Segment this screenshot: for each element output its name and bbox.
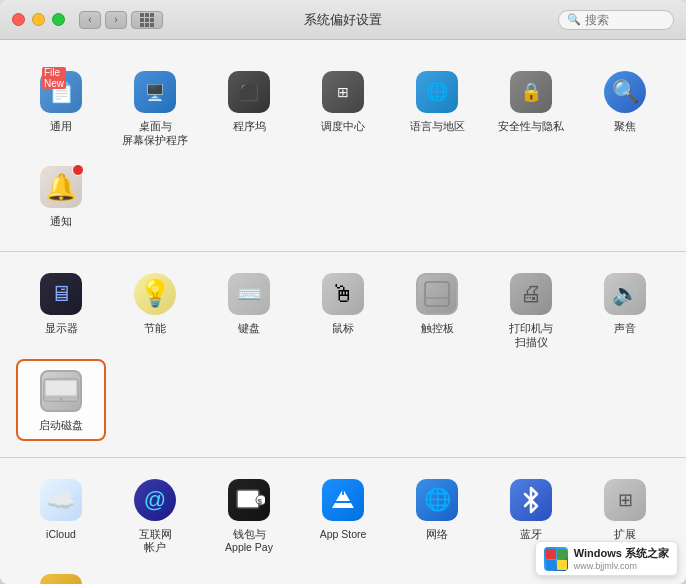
icon-item-startup[interactable]: 启动磁盘 <box>16 359 106 441</box>
general-icon: 📄 FileNew <box>40 71 82 113</box>
general-label: 通用 <box>50 120 72 134</box>
sound-label: 声音 <box>614 322 636 336</box>
startup-icon <box>40 370 82 412</box>
close-button[interactable] <box>12 13 25 26</box>
printer-label: 打印机与扫描仪 <box>509 322 553 349</box>
traffic-lights <box>12 13 65 26</box>
search-input[interactable] <box>585 13 665 27</box>
startup-label: 启动磁盘 <box>39 419 83 433</box>
maximize-button[interactable] <box>52 13 65 26</box>
icon-item-network[interactable]: 🌐 网络 <box>392 470 482 561</box>
dock-label: 程序坞 <box>233 120 266 134</box>
notifications-label: 通知 <box>50 215 72 229</box>
wallet-label: 钱包与Apple Pay <box>225 528 273 555</box>
icon-item-energy[interactable]: 💡 节能 <box>110 264 200 355</box>
grid-view-button[interactable] <box>131 11 163 29</box>
trackpad-label: 触控板 <box>421 322 454 336</box>
dock-icon: ⬛ <box>228 71 270 113</box>
back-icon: ‹ <box>88 14 91 25</box>
keyboard-label: 键盘 <box>238 322 260 336</box>
spotlight-label: 聚焦 <box>614 120 636 134</box>
security-icon: 🔒 <box>510 71 552 113</box>
display-icon: 🖥 <box>40 273 82 315</box>
printer-icon: 🖨 <box>510 273 552 315</box>
notification-badge <box>72 164 84 176</box>
search-icon: 🔍 <box>567 13 581 26</box>
icon-item-spotlight[interactable]: 🔍 聚焦 <box>580 62 670 153</box>
notifications-icon: 🔔 <box>40 166 82 208</box>
icon-item-share[interactable]: ⚠️ 共享 <box>16 565 106 584</box>
bluetooth-label: 蓝牙 <box>520 528 542 542</box>
mouse-icon: 🖱 <box>322 273 364 315</box>
icon-item-desktop[interactable]: 🖥️ 桌面与屏幕保护程序 <box>110 62 200 153</box>
svg-point-5 <box>60 398 63 401</box>
icon-item-printer[interactable]: 🖨 打印机与扫描仪 <box>486 264 576 355</box>
icon-item-general[interactable]: 📄 FileNew 通用 <box>16 62 106 153</box>
svg-rect-3 <box>46 381 76 395</box>
icon-item-sound[interactable]: 🔊 声音 <box>580 264 670 355</box>
section-personal: 📄 FileNew 通用 🖥️ 桌面与屏幕保护程序 ⬛ <box>0 50 686 252</box>
watermark-line1: Windows 系统之家 <box>574 546 669 561</box>
section-hardware: 🖥 显示器 💡 节能 ⌨️ 键盘 <box>0 252 686 458</box>
mcc-icon: ⊞ <box>322 71 364 113</box>
icon-item-mcc[interactable]: ⊞ 调度中心 <box>298 62 388 153</box>
energy-icon: 💡 <box>134 273 176 315</box>
spotlight-icon: 🔍 <box>604 71 646 113</box>
windows-logo-icon <box>544 547 568 571</box>
personal-grid: 📄 FileNew 通用 🖥️ 桌面与屏幕保护程序 ⬛ <box>16 62 670 235</box>
icon-item-wallet[interactable]: $ 钱包与Apple Pay <box>204 470 294 561</box>
share-icon: ⚠️ <box>40 574 82 584</box>
svg-text:$: $ <box>258 496 263 505</box>
internet-label: 互联网帐户 <box>139 528 172 555</box>
keyboard-icon: ⌨️ <box>228 273 270 315</box>
energy-label: 节能 <box>144 322 166 336</box>
grid-icon <box>140 13 154 27</box>
mcc-label: 调度中心 <box>321 120 365 134</box>
icon-item-mouse[interactable]: 🖱 鼠标 <box>298 264 388 355</box>
sound-icon: 🔊 <box>604 273 646 315</box>
icon-item-icloud[interactable]: ☁️ iCloud <box>16 470 106 561</box>
desktop-icon: 🖥️ <box>134 71 176 113</box>
icon-item-display[interactable]: 🖥 显示器 <box>16 264 106 355</box>
language-label: 语言与地区 <box>410 120 465 134</box>
forward-button[interactable]: › <box>105 11 127 29</box>
display-label: 显示器 <box>45 322 78 336</box>
forward-icon: › <box>114 14 117 25</box>
icon-item-security[interactable]: 🔒 安全性与隐私 <box>486 62 576 153</box>
icon-item-notifications[interactable]: 🔔 通知 <box>16 157 106 235</box>
back-button[interactable]: ‹ <box>79 11 101 29</box>
titlebar: ‹ › 系统偏好设置 🔍 <box>0 0 686 40</box>
security-label: 安全性与隐私 <box>498 120 564 134</box>
search-box[interactable]: 🔍 <box>558 10 674 30</box>
expand-label: 扩展 <box>614 528 636 542</box>
watermark-text: Windows 系统之家 www.bjjmlv.com <box>574 546 669 571</box>
icon-item-trackpad[interactable]: 触控板 <box>392 264 482 355</box>
mouse-label: 鼠标 <box>332 322 354 336</box>
watermark: Windows 系统之家 www.bjjmlv.com <box>535 541 678 576</box>
icon-item-keyboard[interactable]: ⌨️ 键盘 <box>204 264 294 355</box>
window-title: 系统偏好设置 <box>304 11 382 29</box>
bluetooth-icon <box>510 479 552 521</box>
trackpad-icon <box>416 273 458 315</box>
nav-buttons: ‹ › <box>79 11 127 29</box>
watermark-line2: www.bjjmlv.com <box>574 561 669 571</box>
minimize-button[interactable] <box>32 13 45 26</box>
hardware-grid: 🖥 显示器 💡 节能 ⌨️ 键盘 <box>16 264 670 441</box>
icon-item-appstore[interactable]: App Store <box>298 470 388 561</box>
network-icon: 🌐 <box>416 479 458 521</box>
icon-item-language[interactable]: 🌐 语言与地区 <box>392 62 482 153</box>
internet-icon: @ <box>134 479 176 521</box>
expand-icon: ⊞ <box>604 479 646 521</box>
main-window: ‹ › 系统偏好设置 🔍 <box>0 0 686 584</box>
content-area: 📄 FileNew 通用 🖥️ 桌面与屏幕保护程序 ⬛ <box>0 40 686 584</box>
icon-item-internet[interactable]: @ 互联网帐户 <box>110 470 200 561</box>
icloud-icon: ☁️ <box>40 479 82 521</box>
language-icon: 🌐 <box>416 71 458 113</box>
icloud-label: iCloud <box>46 528 76 542</box>
network-label: 网络 <box>426 528 448 542</box>
svg-rect-0 <box>425 282 449 306</box>
appstore-label: App Store <box>320 528 367 542</box>
appstore-icon <box>322 479 364 521</box>
icon-item-dock[interactable]: ⬛ 程序坞 <box>204 62 294 153</box>
desktop-label: 桌面与屏幕保护程序 <box>122 120 188 147</box>
